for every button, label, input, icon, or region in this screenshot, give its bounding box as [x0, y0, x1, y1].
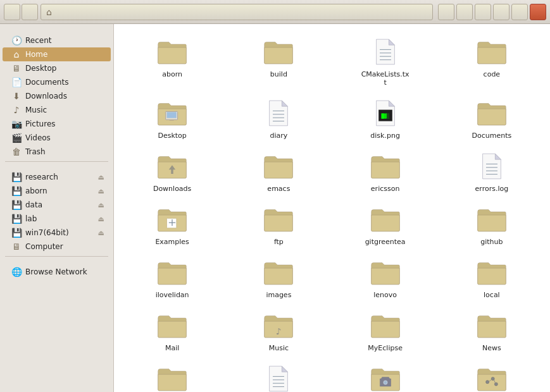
file-icon-Documents — [475, 97, 508, 130]
home-icon: ⌂ — [11, 49, 22, 59]
svg-rect-18 — [167, 218, 177, 228]
file-item-node-latest-install[interactable]: node-latest-install — [120, 357, 224, 392]
file-item-nohup-out[interactable]: nohup.out — [227, 357, 330, 392]
sidebar-item-videos[interactable]: 🎬Videos — [3, 131, 111, 145]
sidebar-item-lab[interactable]: 💾lab⏏ — [3, 212, 111, 226]
sidebar-item-computer[interactable]: 🖥Computer — [3, 240, 111, 254]
file-item-code[interactable]: code — [440, 30, 544, 89]
eject-win7[interactable]: ⏏ — [98, 229, 104, 237]
location-bar[interactable]: ⌂ — [41, 4, 433, 20]
devices-list: 💾research⏏💾aborn⏏💾data⏏💾lab⏏💾win7(64bit)… — [0, 170, 113, 254]
videos-icon: 🎬 — [11, 133, 22, 143]
file-icon-diary — [262, 97, 295, 130]
svg-point-28 — [494, 383, 497, 386]
forward-button[interactable] — [22, 4, 38, 20]
file-name-MyEclipse: MyEclipse — [368, 344, 403, 352]
sidebar-item-data[interactable]: 💾data⏏ — [3, 198, 111, 212]
file-icon-ericsson — [369, 150, 402, 183]
file-icon-Music: ♪ — [262, 309, 295, 342]
file-name-aborn: aborn — [162, 70, 182, 78]
sidebar-item-win7[interactable]: 💾win7(64bit)⏏ — [3, 226, 111, 240]
file-icon-nohup.out — [262, 362, 295, 392]
file-icon-node-latest-install — [156, 362, 189, 392]
sidebar-item-browse-network[interactable]: 🌐Browse Network — [3, 265, 111, 279]
file-item-github[interactable]: github — [440, 198, 544, 248]
file-item-Documents[interactable]: Documents — [440, 92, 544, 142]
back-button[interactable] — [4, 4, 20, 20]
sidebar-label-win7: win7(64bit) — [25, 228, 94, 237]
file-name-diary: diary — [270, 132, 287, 140]
sidebar-item-pictures[interactable]: 📷Pictures — [3, 117, 111, 131]
sidebar-item-home[interactable]: ⌂Home — [3, 47, 111, 61]
eject-research[interactable]: ⏏ — [98, 173, 104, 181]
sidebar-item-recent[interactable]: 🕐Recent — [3, 34, 111, 47]
file-icon-Desktop — [156, 97, 189, 130]
sidebar-divider-1 — [5, 161, 108, 162]
file-item-gitgreentea[interactable]: gitgreentea — [334, 198, 437, 248]
svg-text:█▓░: █▓░ — [380, 113, 389, 119]
file-item-News[interactable]: News — [440, 304, 544, 355]
sidebar-item-research[interactable]: 💾research⏏ — [3, 170, 111, 184]
file-item-Pictures[interactable]: Pictures — [334, 357, 437, 392]
file-icon-MyEclipse — [369, 309, 402, 342]
file-item-diary[interactable]: diary — [227, 92, 330, 142]
file-item-MyEclipse[interactable]: MyEclipse — [334, 304, 437, 355]
file-name-gitgreentea: gitgreentea — [365, 238, 406, 246]
nav-buttons — [4, 4, 38, 20]
file-item-Downloads[interactable]: Downloads — [120, 145, 224, 195]
file-item-ilovelidan[interactable]: ilovelidan — [120, 251, 224, 302]
file-item-ftp[interactable]: ftp — [227, 198, 330, 248]
sidebar-label-videos: Videos — [25, 133, 104, 142]
file-item-disk-png[interactable]: █▓░ disk.png — [334, 92, 437, 142]
file-icon-Examples — [156, 203, 189, 236]
file-icon-Downloads — [156, 150, 189, 183]
sidebar-label-recent: Recent — [25, 36, 104, 45]
file-item-Public[interactable]: Public — [440, 357, 544, 392]
data-icon: 💾 — [11, 200, 22, 210]
file-item-CMakeLists-txt[interactable]: CMakeLists.txt — [334, 30, 437, 89]
pictures-icon: 📷 — [11, 119, 22, 129]
file-item-aborn[interactable]: aborn — [120, 30, 224, 89]
file-icon-Mail — [156, 309, 189, 342]
eject-data[interactable]: ⏏ — [98, 201, 104, 209]
main-layout: 🕐Recent⌂Home🖥Desktop📄Documents⬇Downloads… — [0, 24, 550, 392]
file-icon-Pictures — [369, 362, 402, 392]
file-icon-lenovo — [369, 256, 402, 289]
file-icon-ftp — [262, 203, 295, 236]
sidebar-item-trash[interactable]: 🗑Trash — [3, 145, 111, 159]
settings-button[interactable] — [511, 4, 528, 20]
sidebar-item-aborn[interactable]: 💾aborn⏏ — [3, 184, 111, 198]
sort-dropdown-button[interactable] — [493, 4, 509, 20]
file-grid: aborn build CMakeLists.txt code Desktop … — [120, 30, 544, 392]
file-item-Desktop[interactable]: Desktop — [120, 92, 224, 142]
svg-rect-6 — [170, 119, 174, 121]
sidebar-label-home: Home — [25, 50, 104, 59]
search-button[interactable] — [438, 4, 454, 20]
trash-icon: 🗑 — [11, 147, 22, 157]
file-item-Music[interactable]: ♪ Music — [227, 304, 330, 355]
grid-view-button[interactable] — [475, 4, 491, 20]
sidebar-item-downloads[interactable]: ⬇Downloads — [3, 89, 111, 103]
sidebar-item-desktop[interactable]: 🖥Desktop — [3, 61, 111, 75]
sidebar-label-documents: Documents — [25, 78, 104, 87]
sidebar-label-computer: Computer — [25, 242, 104, 251]
file-icon-aborn — [156, 35, 189, 68]
file-item-Mail[interactable]: Mail — [120, 304, 224, 355]
list-view-button[interactable] — [456, 4, 473, 20]
file-item-local[interactable]: local — [440, 251, 544, 302]
sidebar-item-documents[interactable]: 📄Documents — [3, 75, 111, 89]
file-item-emacs[interactable]: emacs — [227, 145, 330, 195]
places-section-title — [0, 28, 113, 34]
file-item-images[interactable]: images — [227, 251, 330, 302]
toolbar-right — [438, 4, 546, 20]
close-button[interactable] — [530, 4, 546, 20]
eject-aborn[interactable]: ⏏ — [98, 187, 104, 195]
file-item-errors-log[interactable]: errors.log — [440, 145, 544, 195]
file-item-Examples[interactable]: Examples — [120, 198, 224, 248]
file-item-lenovo[interactable]: lenovo — [334, 251, 437, 302]
file-item-build[interactable]: build — [227, 30, 330, 89]
eject-lab[interactable]: ⏏ — [98, 215, 104, 223]
file-item-ericsson[interactable]: ericsson — [334, 145, 437, 195]
sidebar-item-music[interactable]: ♪Music — [3, 103, 111, 117]
file-name-ilovelidan: ilovelidan — [156, 291, 189, 299]
